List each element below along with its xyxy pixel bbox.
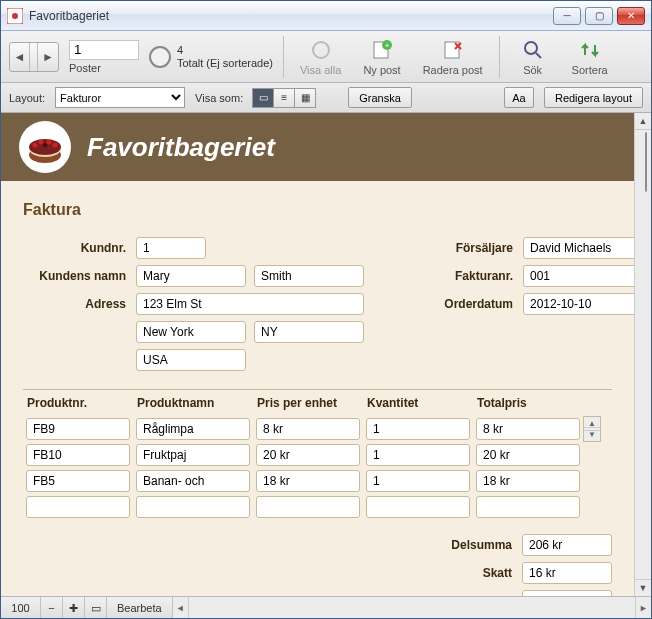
view-table-button[interactable]: ▦ bbox=[294, 88, 316, 108]
street-field[interactable] bbox=[136, 293, 364, 315]
cell-kv[interactable]: 1 bbox=[366, 444, 470, 466]
view-list-button[interactable]: ≡ bbox=[273, 88, 295, 108]
view-buttons: ▭ ≡ ▦ bbox=[253, 88, 316, 108]
logo-circle bbox=[19, 121, 71, 173]
mode-label[interactable]: Bearbeta bbox=[107, 597, 173, 618]
record-input[interactable] bbox=[69, 40, 139, 60]
portal-scrollbar[interactable]: ▲▼ bbox=[583, 416, 601, 442]
cell-kv[interactable]: 1 bbox=[366, 418, 470, 440]
hscroll-left-icon[interactable]: ◄ bbox=[173, 597, 189, 618]
total-count: 4 bbox=[177, 44, 273, 57]
table-row bbox=[23, 494, 612, 520]
record-book-icon bbox=[30, 43, 38, 71]
delete-record-button[interactable]: Radera post bbox=[417, 36, 489, 78]
vertical-scrollbar[interactable]: ▲ ▼ bbox=[634, 113, 651, 596]
sort-button[interactable]: Sortera bbox=[566, 36, 614, 78]
cell-kv[interactable] bbox=[366, 496, 470, 518]
orderdatum-label: Orderdatum bbox=[420, 297, 515, 311]
search-button[interactable]: Sök bbox=[510, 36, 556, 78]
state-field[interactable] bbox=[254, 321, 364, 343]
new-record-icon: + bbox=[370, 38, 394, 62]
maximize-button[interactable]: ▢ bbox=[585, 7, 613, 25]
next-record-button[interactable]: ► bbox=[38, 43, 58, 71]
show-all-button[interactable]: Visa alla bbox=[294, 36, 347, 78]
horizontal-scrollbar[interactable]: ◄ ► bbox=[173, 597, 651, 618]
cell-nr[interactable]: FB9 bbox=[26, 418, 130, 440]
cell-pris[interactable] bbox=[256, 496, 360, 518]
main-toolbar: ◄ ► Poster 4 Totalt (Ej sorterade) Visa … bbox=[1, 31, 651, 83]
window-title: Favoritbageriet bbox=[29, 9, 109, 23]
forsaljare-label: Försäljare bbox=[420, 241, 515, 255]
zoom-fit-button[interactable]: ▭ bbox=[85, 597, 107, 618]
content-area: Favoritbageriet Faktura Kundnr. Försälja… bbox=[1, 113, 651, 596]
svg-point-15 bbox=[39, 140, 44, 145]
view-form-button[interactable]: ▭ bbox=[252, 88, 274, 108]
svg-point-16 bbox=[47, 140, 52, 145]
visa-som-label: Visa som: bbox=[195, 92, 243, 104]
layout-select[interactable]: Fakturor bbox=[55, 87, 185, 108]
minimize-button[interactable]: ─ bbox=[553, 7, 581, 25]
poster-label: Poster bbox=[69, 62, 101, 74]
record-counter: Poster bbox=[69, 40, 139, 74]
svg-point-17 bbox=[53, 143, 58, 148]
scroll-up-icon[interactable]: ▲ bbox=[635, 113, 651, 130]
col-totalpris: Totalpris bbox=[473, 396, 583, 410]
cell-nr[interactable] bbox=[26, 496, 130, 518]
cell-namn[interactable]: Fruktpaj bbox=[136, 444, 250, 466]
svg-line-10 bbox=[536, 53, 541, 58]
svg-text:+: + bbox=[385, 41, 390, 50]
layout-bar: Layout: Fakturor Visa som: ▭ ≡ ▦ Granska… bbox=[1, 83, 651, 113]
cell-namn[interactable]: Banan- och bbox=[136, 470, 250, 492]
zoom-out-button[interactable]: − bbox=[41, 597, 63, 618]
header-band: Favoritbageriet bbox=[1, 113, 634, 181]
cell-pris[interactable]: 8 kr bbox=[256, 418, 360, 440]
cell-tot[interactable]: 18 kr bbox=[476, 470, 580, 492]
summa-field[interactable] bbox=[522, 590, 612, 596]
col-kvantitet: Kvantitet bbox=[363, 396, 473, 410]
firstname-field[interactable] bbox=[136, 265, 246, 287]
new-record-button[interactable]: + Ny post bbox=[357, 36, 406, 78]
svg-point-1 bbox=[12, 13, 18, 19]
cell-tot[interactable] bbox=[476, 496, 580, 518]
skatt-label: Skatt bbox=[422, 566, 512, 580]
show-all-icon bbox=[309, 38, 333, 62]
cell-pris[interactable]: 20 kr bbox=[256, 444, 360, 466]
scroll-down-icon[interactable]: ▼ bbox=[635, 579, 651, 596]
cell-pris[interactable]: 18 kr bbox=[256, 470, 360, 492]
scroll-thumb[interactable] bbox=[645, 132, 647, 192]
col-produktnamn: Produktnamn bbox=[133, 396, 253, 410]
layout-label: Layout: bbox=[9, 92, 45, 104]
cell-namn[interactable]: Råglimpa bbox=[136, 418, 250, 440]
app-title: Favoritbageriet bbox=[87, 132, 275, 163]
svg-point-9 bbox=[525, 42, 537, 54]
prev-record-button[interactable]: ◄ bbox=[10, 43, 30, 71]
edit-layout-button[interactable]: Redigera layout bbox=[544, 87, 643, 108]
app-icon bbox=[7, 8, 23, 24]
orderdatum-field[interactable] bbox=[523, 293, 634, 315]
cell-tot[interactable]: 8 kr bbox=[476, 418, 580, 440]
aa-button[interactable]: Aa bbox=[504, 87, 534, 108]
cell-nr[interactable]: FB5 bbox=[26, 470, 130, 492]
skatt-field[interactable] bbox=[522, 562, 612, 584]
city-field[interactable] bbox=[136, 321, 246, 343]
summa-label: Summa bbox=[422, 594, 512, 596]
kundnr-field[interactable] bbox=[136, 237, 206, 259]
fakturanr-field[interactable] bbox=[523, 265, 634, 287]
page-title: Faktura bbox=[23, 201, 612, 219]
close-button[interactable]: ✕ bbox=[617, 7, 645, 25]
zoom-value[interactable]: 100 bbox=[1, 597, 41, 618]
record-nav: ◄ ► bbox=[9, 42, 59, 72]
zoom-in-button[interactable]: ✚ bbox=[63, 597, 85, 618]
lastname-field[interactable] bbox=[254, 265, 364, 287]
delsumma-field[interactable] bbox=[522, 534, 612, 556]
preview-button[interactable]: Granska bbox=[348, 87, 412, 108]
cell-nr[interactable]: FB10 bbox=[26, 444, 130, 466]
canvas: Favoritbageriet Faktura Kundnr. Försälja… bbox=[1, 113, 634, 596]
forsaljare-field[interactable] bbox=[523, 237, 634, 259]
cell-kv[interactable]: 1 bbox=[366, 470, 470, 492]
col-pris: Pris per enhet bbox=[253, 396, 363, 410]
cell-namn[interactable] bbox=[136, 496, 250, 518]
cell-tot[interactable]: 20 kr bbox=[476, 444, 580, 466]
country-field[interactable] bbox=[136, 349, 246, 371]
hscroll-right-icon[interactable]: ► bbox=[635, 597, 651, 618]
